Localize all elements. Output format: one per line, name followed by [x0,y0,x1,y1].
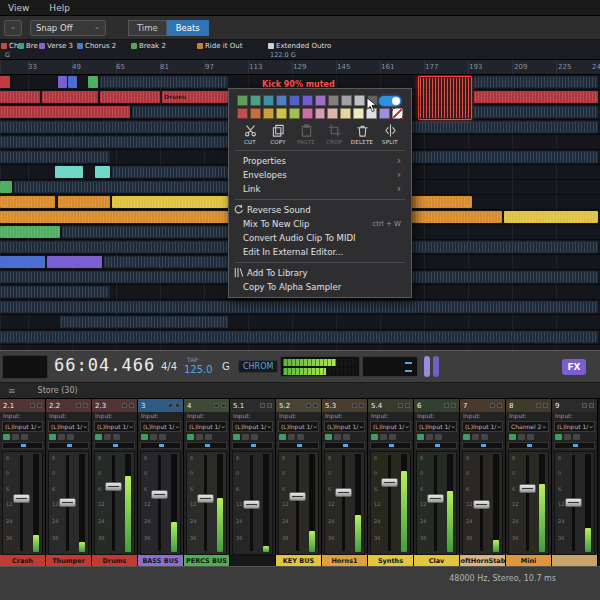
fader-handle[interactable] [473,500,490,509]
color-swatch[interactable] [302,108,313,119]
strip-header-button[interactable] [267,403,272,408]
strip-mini-button[interactable] [417,434,424,440]
color-swatch[interactable] [237,108,248,119]
strip-header-button[interactable] [129,403,134,408]
pan-slider[interactable] [2,442,43,449]
section-marker-chorus-2[interactable]: Chorus 2 [77,42,116,50]
no-color-swatch[interactable] [392,108,403,119]
strip-header[interactable]: 6 [414,399,459,412]
clip[interactable] [0,121,228,133]
strip-mini-button[interactable] [463,434,470,440]
strip-header-button[interactable] [83,403,88,408]
clip[interactable] [0,106,130,118]
fader-handle[interactable] [335,488,352,497]
clip[interactable] [132,106,228,118]
strip-header[interactable]: 4 [184,399,229,412]
strip-header-button[interactable] [582,403,587,408]
input-select[interactable]: (L)Input 1/⌄ [186,421,227,432]
strip-header[interactable]: 5.2 [276,399,321,412]
strip-mini-button[interactable] [3,434,10,440]
clip[interactable] [0,76,10,88]
pan-slider[interactable] [232,442,273,449]
pan-slider[interactable] [324,442,365,449]
strip-mini-button[interactable] [325,434,332,440]
strip-header-button[interactable] [306,403,311,408]
strip-mini-button[interactable] [564,434,571,440]
pan-slider[interactable] [186,442,227,449]
clip[interactable] [0,331,598,343]
clip[interactable] [68,76,77,88]
strip-header[interactable]: 8 [506,399,551,412]
menu-item-add-to-library[interactable]: Add To Library [229,266,411,280]
clip[interactable] [0,181,12,193]
clip[interactable] [0,256,45,268]
time-display[interactable]: 66:04.466 [54,355,155,375]
strip-mini-button[interactable] [371,434,378,440]
strip-header-button[interactable] [398,403,403,408]
fader-handle[interactable] [13,494,30,503]
clip[interactable] [0,286,110,298]
strip-header-button[interactable] [543,403,548,408]
clip[interactable] [0,271,228,283]
track-name-label[interactable]: BASS BUS [138,555,183,566]
menu-help[interactable]: Help [49,3,70,13]
clip[interactable] [412,241,598,253]
strip-mini-button[interactable] [555,434,562,440]
clip[interactable] [474,91,598,103]
strip-mini-button[interactable] [150,434,157,440]
menu-item-edit-in-external-editor[interactable]: Edit In External Editor... [229,245,411,259]
strip-mini-button[interactable] [113,434,120,440]
strip-mini-button[interactable] [279,434,286,440]
color-swatch[interactable] [263,95,274,106]
pan-slider[interactable] [94,442,135,449]
clip[interactable] [412,211,502,223]
strip-header[interactable]: 7 [460,399,505,412]
fader-handle[interactable] [105,482,122,491]
strip-mini-button[interactable] [472,434,479,440]
strip-mini-button[interactable] [518,434,525,440]
clip[interactable] [412,196,472,208]
track-name-label[interactable]: Mini [506,555,551,566]
color-toggle-switch[interactable] [379,96,401,106]
menu-item-mix-to-new-clip[interactable]: Mix To New Clipctrl + W [229,217,411,231]
strip-mini-button[interactable] [573,434,580,440]
strip-header-button[interactable] [175,403,180,408]
key-value[interactable]: G [222,361,230,372]
strip-header-button[interactable] [352,403,357,408]
track-name-label[interactable] [230,555,275,566]
clip[interactable] [112,196,228,208]
clip[interactable] [0,91,40,103]
input-select[interactable]: (L)Input 1/⌄ [278,421,319,432]
pan-slider[interactable] [370,442,411,449]
tap-tempo-label[interactable]: TAP [187,356,198,363]
clip[interactable] [60,316,228,328]
toolbar-dropdown-collapsed[interactable]: ⌄ [4,20,22,36]
fader-handle[interactable] [381,478,398,487]
hamburger-icon[interactable]: ≡ [8,386,16,396]
clip[interactable] [0,151,110,163]
clip[interactable] [0,136,228,148]
clip[interactable] [474,76,598,88]
zoom-handle[interactable] [433,356,439,377]
scale-mode-button[interactable]: CHROM [238,360,278,373]
timeline-ruler[interactable]: 3349658197113129145161177193209225241 [0,60,600,75]
clip[interactable] [412,121,598,133]
clip[interactable] [0,241,228,253]
browser-tab-label[interactable]: Store (30) [38,386,78,395]
tempo-value[interactable]: 125.0 [184,364,213,375]
strip-mini-button[interactable] [481,434,488,440]
strip-mini-button[interactable] [67,434,74,440]
color-swatch[interactable] [276,95,287,106]
input-select[interactable]: (L)Input 1/⌄ [370,421,411,432]
color-swatch[interactable] [353,108,364,119]
fx-button[interactable]: FX [562,359,586,375]
strip-header-button[interactable] [168,403,173,408]
menu-item-properties[interactable]: Properties› [229,154,411,168]
color-swatch[interactable] [354,95,365,106]
color-swatch[interactable] [379,108,390,119]
pan-slider[interactable] [140,442,181,449]
fader-handle[interactable] [565,498,582,507]
color-swatch[interactable] [315,95,326,106]
strip-header-button[interactable] [359,403,364,408]
strip-header[interactable]: 5.4 [368,399,413,412]
